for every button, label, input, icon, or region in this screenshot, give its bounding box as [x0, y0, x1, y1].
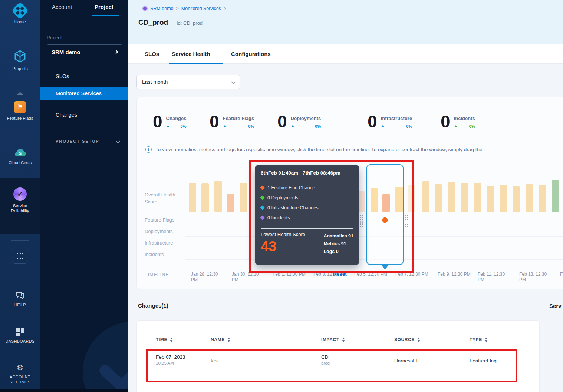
column-label: TYPE: [470, 337, 482, 342]
project-setup-toggle[interactable]: PROJECT SETUP: [56, 139, 119, 143]
next-section-cut-text: Serv: [549, 303, 562, 309]
project-section-label: Project: [47, 35, 62, 40]
detail-value: 0: [336, 249, 339, 254]
project-avatar-icon: [142, 6, 148, 11]
column-header-type[interactable]: TYPE: [470, 337, 488, 342]
sidebar-item-label: Feature Flags: [0, 116, 40, 121]
tab-slos[interactable]: SLOs: [145, 51, 159, 57]
row-label-feature-flags: Feature Flags: [145, 216, 174, 223]
health-score-bar[interactable]: [500, 185, 507, 212]
health-score-bar[interactable]: [513, 186, 520, 212]
stat-feature-flags: 0 Feature Flags 0%: [210, 111, 254, 132]
window-drag-handle-left[interactable]: [360, 214, 364, 227]
breadcrumb-project-link[interactable]: SRM demo: [150, 6, 174, 11]
column-header-time[interactable]: TIME: [156, 337, 173, 342]
column-header-name[interactable]: NAME: [211, 337, 230, 342]
tab-configurations[interactable]: Configurations: [231, 51, 271, 57]
row-label-incidents: Incidents: [145, 251, 164, 258]
sidebar-item-projects[interactable]: Projects: [0, 50, 40, 71]
sidebar-item-service-reliability[interactable]: ✓ Service Reliability: [0, 187, 40, 213]
timeline-tick-label: Feb 7, 12:30 PM: [395, 272, 436, 277]
cell-time[interactable]: Feb 07, 2023 10:35 AM: [156, 354, 185, 365]
time-range-select[interactable]: Last month: [136, 75, 240, 89]
cell-impact[interactable]: CD prod: [321, 354, 330, 365]
window-drag-handle-right[interactable]: [405, 214, 409, 227]
stat-label: Changes: [166, 116, 187, 121]
column-header-impact[interactable]: IMPACT: [321, 337, 345, 342]
sidebar-item-label: Service Reliability: [7, 203, 33, 213]
health-score-bar[interactable]: [201, 183, 209, 212]
tooltip-detail: Metrics 91: [323, 240, 353, 248]
breadcrumb-separator: >: [224, 6, 226, 11]
cell-name[interactable]: test: [211, 358, 219, 363]
page-id-text: Id: CD_prod: [177, 20, 203, 26]
module-browser-button[interactable]: [12, 248, 28, 264]
tooltip-event-text: 0 Incidents: [267, 215, 290, 220]
health-score-bar[interactable]: [474, 183, 481, 212]
sort-icon[interactable]: [227, 338, 230, 342]
sidebar-item-home[interactable]: Home: [0, 4, 40, 24]
incident-diamond-icon: [260, 215, 265, 220]
column-label: IMPACT: [321, 337, 339, 342]
sort-icon[interactable]: [342, 338, 345, 342]
sort-icon[interactable]: [485, 338, 488, 342]
reset-button[interactable]: Reset: [333, 271, 347, 277]
nav-item-changes[interactable]: Changes: [40, 108, 128, 122]
health-score-bar[interactable]: [214, 181, 222, 212]
sort-icon[interactable]: [170, 338, 173, 342]
impact-sub-value: prod: [321, 361, 330, 365]
sidebar-item-dashboards[interactable]: DASHBOARDS: [0, 328, 40, 344]
info-icon: i: [145, 146, 152, 153]
delta-up-icon: [223, 125, 227, 127]
stat-label: Deployments: [291, 116, 321, 121]
cloud-dollar-icon: $: [0, 147, 40, 158]
stat-label: Feature Flags: [223, 116, 254, 121]
nav-item-slos[interactable]: SLOs: [40, 70, 128, 83]
sidebar-item-feature-flags[interactable]: ⚑ Feature Flags: [0, 101, 40, 121]
health-score-bar[interactable]: [435, 184, 442, 212]
column-header-source[interactable]: SOURCE: [394, 337, 420, 342]
tooltip-divider: [261, 180, 353, 180]
sidebar-item-help[interactable]: HELP: [0, 291, 40, 308]
health-score-bar[interactable]: [448, 182, 455, 212]
health-score-bar[interactable]: [552, 180, 559, 212]
health-score-bar[interactable]: [189, 183, 196, 212]
health-score-bar[interactable]: [422, 181, 429, 212]
health-score-bar[interactable]: [487, 186, 494, 212]
health-score-bar[interactable]: [461, 183, 468, 212]
timeline-tick-label: Jan 30, 12:30 PM: [232, 272, 261, 283]
tooltip-event: 0 Deployments: [261, 193, 353, 203]
scroll-up-icon[interactable]: [0, 92, 40, 95]
cell-type[interactable]: FeatureFlag: [470, 358, 497, 363]
cell-source[interactable]: HarnessFF: [394, 358, 419, 363]
health-score-bar[interactable]: [408, 185, 415, 212]
delta-up-icon: [381, 125, 385, 127]
sort-icon[interactable]: [417, 338, 420, 342]
health-score-bar[interactable]: [227, 194, 234, 212]
column-label: NAME: [211, 337, 225, 342]
grid-icon: [16, 253, 24, 259]
sidebar-item-label: Projects: [0, 66, 40, 71]
tab-service-health[interactable]: Service Health: [172, 51, 210, 57]
tab-account[interactable]: Account: [52, 4, 72, 10]
tab-project[interactable]: Project: [95, 4, 113, 10]
rail-divider: [11, 240, 29, 241]
breadcrumb-section-link[interactable]: Monitored Services: [181, 6, 221, 11]
breadcrumb: SRM demo > Monitored Services >: [142, 6, 226, 11]
project-selector[interactable]: SRM demo: [47, 44, 122, 59]
stat-delta: 0%: [181, 124, 187, 129]
chevron-down-icon: [116, 139, 120, 143]
health-score-bar[interactable]: [526, 184, 533, 212]
time-window-selection[interactable]: [366, 164, 404, 265]
sidebar-item-account-settings[interactable]: ⚙ ACCOUNT SETTINGS: [0, 363, 40, 385]
service-reliability-icon: ✓: [13, 187, 27, 201]
tooltip-event: 0 Incidents: [261, 213, 353, 223]
health-score-bar[interactable]: [539, 185, 546, 212]
nav-item-monitored-services[interactable]: Monitored Services: [40, 87, 128, 100]
stat-label: Infrastructure: [381, 116, 412, 121]
timeline-tick-label: Feb 9, 12:30 PM: [438, 272, 478, 277]
decorative-check-icon: [96, 345, 128, 392]
sidebar-item-cloud-costs[interactable]: $ Cloud Costs: [0, 147, 40, 165]
health-score-bar[interactable]: [240, 183, 247, 212]
delta-up-icon: [454, 125, 458, 127]
